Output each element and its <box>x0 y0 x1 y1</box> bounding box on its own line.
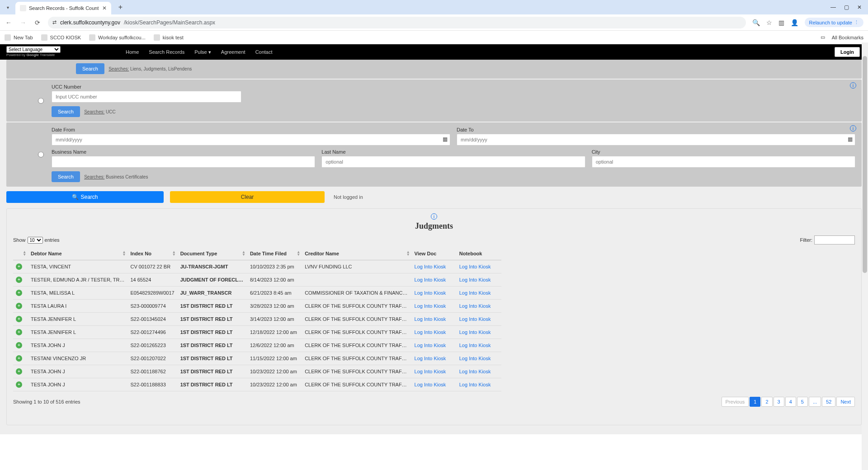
cell-creditor: COMMISSIONER OF TAXATION & FINANCE ... <box>302 287 411 300</box>
back-button[interactable]: ← <box>5 19 13 26</box>
site-info-icon[interactable]: ⇄ <box>52 19 57 25</box>
clear-button[interactable]: Clear <box>170 191 325 203</box>
bookmark-item[interactable]: New Tab <box>5 34 33 41</box>
notebook-link[interactable]: Log Into Kiosk <box>459 303 491 309</box>
ucc-number-input[interactable] <box>52 91 241 103</box>
nav-search-records[interactable]: Search Records <box>149 49 184 55</box>
main-search-button[interactable]: 🔍Search <box>6 191 164 203</box>
business-name-input[interactable] <box>52 156 315 168</box>
col-index[interactable]: Index No▲▼ <box>127 247 177 260</box>
view-doc-link[interactable]: Log Into Kiosk <box>415 264 446 269</box>
url-input[interactable]: ⇄ clerk.suffolkcountyny.gov/kiosk/Search… <box>48 17 746 28</box>
page-prev[interactable]: Previous <box>722 397 749 407</box>
reload-button[interactable]: ⟳ <box>33 19 42 26</box>
col-creditor[interactable]: Creditor Name▲▼ <box>302 247 411 260</box>
nav-contact[interactable]: Contact <box>255 49 273 55</box>
bookmark-item[interactable]: Workday suffolkcou... <box>89 34 146 41</box>
notebook-link[interactable]: Log Into Kiosk <box>459 264 491 269</box>
expand-row-icon[interactable]: + <box>16 329 22 335</box>
language-selector[interactable]: Select Language Powered by Google Transl… <box>6 46 61 57</box>
info-icon[interactable]: i <box>850 125 856 132</box>
view-doc-link[interactable]: Log Into Kiosk <box>415 329 446 335</box>
close-window-icon[interactable]: ✕ <box>857 4 862 10</box>
business-search-button[interactable]: Search <box>52 171 80 182</box>
tab-search-dropdown[interactable]: ▾ <box>3 2 13 12</box>
page-1[interactable]: 1 <box>750 397 760 407</box>
view-doc-link[interactable]: Log Into Kiosk <box>415 303 446 309</box>
bookmark-item[interactable]: SCCO KIOSK <box>41 34 81 41</box>
forward-button[interactable]: → <box>19 19 27 26</box>
expand-row-icon[interactable]: + <box>16 303 22 309</box>
city-input[interactable] <box>592 156 855 168</box>
notebook-link[interactable]: Log Into Kiosk <box>459 316 491 322</box>
expand-row-icon[interactable]: + <box>16 368 22 375</box>
relaunch-button[interactable]: Relaunch to update⋮ <box>805 18 863 27</box>
notebook-link[interactable]: Log Into Kiosk <box>459 343 491 348</box>
expand-row-icon[interactable]: + <box>16 277 22 283</box>
expand-row-icon[interactable]: + <box>16 263 22 270</box>
filter-input[interactable] <box>814 235 855 244</box>
zoom-icon[interactable]: 🔍 <box>752 19 760 26</box>
minimize-icon[interactable]: — <box>830 4 836 10</box>
browser-tab[interactable]: Search Records - Suffolk Count ✕ <box>15 2 111 14</box>
view-doc-link[interactable]: Log Into Kiosk <box>415 277 446 282</box>
view-doc-link[interactable]: Log Into Kiosk <box>415 382 446 387</box>
ucc-radio[interactable] <box>38 98 44 103</box>
vertical-scrollbar[interactable] <box>862 42 868 434</box>
login-button[interactable]: Login <box>835 47 860 57</box>
tab-favicon <box>20 5 26 11</box>
view-doc-link[interactable]: Log Into Kiosk <box>415 343 446 348</box>
notebook-link[interactable]: Log Into Kiosk <box>459 382 491 387</box>
page-next[interactable]: Next <box>836 397 855 407</box>
view-doc-link[interactable]: Log Into Kiosk <box>415 290 446 296</box>
bookmark-item[interactable]: kisok test <box>154 34 184 41</box>
page-4[interactable]: 4 <box>785 397 796 407</box>
notebook-link[interactable]: Log Into Kiosk <box>459 356 491 361</box>
liens-search-button[interactable]: Search <box>76 63 104 74</box>
notebook-link[interactable]: Log Into Kiosk <box>459 369 491 374</box>
col-expand[interactable]: ▲▼ <box>13 247 28 260</box>
page-2[interactable]: 2 <box>761 397 772 407</box>
last-name-input[interactable] <box>321 156 585 168</box>
scrollbar-thumb[interactable] <box>863 56 867 273</box>
expand-row-icon[interactable]: + <box>16 381 22 388</box>
view-doc-link[interactable]: Log Into Kiosk <box>415 369 446 374</box>
page-5[interactable]: 5 <box>797 397 808 407</box>
cell-datetime: 3/14/2023 12:00 am <box>247 313 302 326</box>
col-doctype[interactable]: Document Type▲▼ <box>178 247 247 260</box>
maximize-icon[interactable]: ▢ <box>844 4 849 10</box>
new-tab-button[interactable]: + <box>115 2 126 13</box>
date-to-input[interactable] <box>457 134 855 146</box>
info-icon[interactable]: i <box>850 82 856 89</box>
page-52[interactable]: 52 <box>822 397 835 407</box>
sidepanel-icon[interactable]: ▥ <box>778 19 784 26</box>
bookmark-star-icon[interactable]: ☆ <box>766 19 772 26</box>
language-select[interactable]: Select Language <box>6 46 61 53</box>
col-datefiled[interactable]: Date Time Filed▲▼ <box>247 247 302 260</box>
notebook-link[interactable]: Log Into Kiosk <box>459 277 491 282</box>
entries-select[interactable]: 10 <box>28 237 43 244</box>
info-icon[interactable]: i <box>431 213 437 220</box>
calendar-icon[interactable]: ▦ <box>848 136 853 142</box>
expand-row-icon[interactable]: + <box>16 316 22 322</box>
notebook-link[interactable]: Log Into Kiosk <box>459 329 491 335</box>
view-doc-link[interactable]: Log Into Kiosk <box>415 316 446 322</box>
expand-row-icon[interactable]: + <box>16 342 22 348</box>
tab-close-icon[interactable]: ✕ <box>102 5 107 11</box>
col-debtor[interactable]: Debtor Name▲▼ <box>28 247 127 260</box>
all-bookmarks-button[interactable]: ▭ All Bookmarks <box>821 34 863 40</box>
date-from-input[interactable] <box>52 134 450 146</box>
page-ellipsis[interactable]: ... <box>809 397 821 407</box>
expand-row-icon[interactable]: + <box>16 290 22 296</box>
business-radio[interactable] <box>38 152 44 158</box>
view-doc-link[interactable]: Log Into Kiosk <box>415 356 446 361</box>
nav-agreement[interactable]: Agreement <box>221 49 245 55</box>
profile-icon[interactable]: 👤 <box>791 19 798 26</box>
nav-pulse[interactable]: Pulse ▾ <box>194 49 211 55</box>
page-3[interactable]: 3 <box>774 397 784 407</box>
expand-row-icon[interactable]: + <box>16 355 22 362</box>
calendar-icon[interactable]: ▦ <box>443 136 448 142</box>
ucc-search-button[interactable]: Search <box>52 106 80 117</box>
notebook-link[interactable]: Log Into Kiosk <box>459 290 491 296</box>
nav-home[interactable]: Home <box>126 49 139 55</box>
